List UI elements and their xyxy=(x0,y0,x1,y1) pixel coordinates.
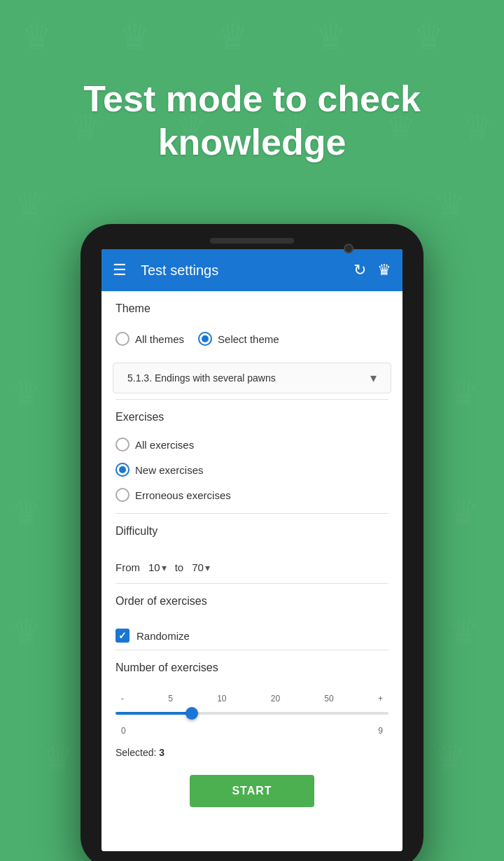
all-exercises-radio[interactable] xyxy=(115,438,130,451)
svg-text:♛: ♛ xyxy=(315,18,346,57)
to-label: to xyxy=(175,561,184,573)
checkmark-icon: ✓ xyxy=(118,630,127,641)
svg-text:♛: ♛ xyxy=(434,738,465,778)
order-section-title: Order of exercises xyxy=(115,595,388,608)
difficulty-row: From 10 ▾ to 70 ▾ xyxy=(102,552,402,583)
theme-dropdown[interactable]: 5.1.3. Endings with several pawns ▾ xyxy=(113,363,391,393)
svg-text:♛: ♛ xyxy=(21,18,52,57)
svg-text:♛: ♛ xyxy=(10,493,42,533)
phone-screen: ☰ Test settings ↻ ♛ Theme All themes xyxy=(102,249,402,851)
svg-text:♛: ♛ xyxy=(119,18,150,57)
slider-marks: - 5 10 20 50 + xyxy=(115,694,388,704)
exercises-section: Exercises All exercises New exercises Er… xyxy=(102,400,402,513)
refresh-icon[interactable]: ↻ xyxy=(354,261,366,279)
randomize-label: Randomize xyxy=(136,630,190,642)
from-arrow-icon: ▾ xyxy=(162,562,167,573)
from-label: From xyxy=(115,561,140,573)
randomize-row[interactable]: ✓ Randomize xyxy=(102,622,402,650)
slider-minmax: 0 9 xyxy=(115,726,388,736)
content-area: Theme All themes Select theme xyxy=(102,291,402,851)
mark-10: 10 xyxy=(217,694,226,704)
slider-thumb[interactable] xyxy=(186,707,198,720)
slider-min: 0 xyxy=(121,726,126,736)
all-exercises-label: All exercises xyxy=(135,439,194,451)
app-bar-actions: ↻ ♛ xyxy=(354,261,391,279)
phone-camera xyxy=(344,244,354,253)
slider-section: - 5 10 20 50 + 0 xyxy=(102,688,402,744)
mark-minus: - xyxy=(121,694,124,704)
all-exercises-option[interactable]: All exercises xyxy=(115,432,388,457)
exercises-section-title: Exercises xyxy=(115,411,388,424)
svg-text:♛: ♛ xyxy=(413,18,444,57)
difficulty-section-title: Difficulty xyxy=(115,525,388,538)
erroneous-exercises-option[interactable]: Erroneous exercises xyxy=(115,482,388,507)
select-theme-option[interactable]: Select theme xyxy=(198,326,279,351)
selected-label-row: Selected: 3 xyxy=(102,744,402,764)
hero-text: Test mode to check knowledge xyxy=(0,77,504,164)
phone-frame: ☰ Test settings ↻ ♛ Theme All themes xyxy=(80,224,424,861)
erroneous-exercises-label: Erroneous exercises xyxy=(135,489,231,501)
theme-section-title: Theme xyxy=(115,302,388,315)
svg-text:♛: ♛ xyxy=(14,186,46,225)
all-themes-radio[interactable] xyxy=(115,332,130,346)
from-dropdown[interactable]: 10 ▾ xyxy=(146,560,169,575)
svg-text:♛: ♛ xyxy=(10,612,42,652)
theme-options-row: All themes Select theme xyxy=(115,323,388,354)
mark-50: 50 xyxy=(324,694,333,704)
svg-text:♛: ♛ xyxy=(448,612,479,652)
theme-section: Theme All themes Select theme xyxy=(102,291,402,360)
order-section: Order of exercises xyxy=(102,584,402,622)
select-theme-label: Select theme xyxy=(218,333,279,345)
to-value: 70 xyxy=(192,561,204,573)
all-themes-label: All themes xyxy=(135,333,184,345)
svg-text:♛: ♛ xyxy=(10,374,42,414)
slider-track xyxy=(115,712,388,715)
selected-number: 3 xyxy=(159,747,164,758)
svg-text:♛: ♛ xyxy=(434,186,465,225)
app-bar: ☰ Test settings ↻ ♛ xyxy=(102,249,402,291)
start-button-container: START xyxy=(102,764,402,821)
app-bar-title: Test settings xyxy=(141,262,354,279)
slider-track-container[interactable] xyxy=(115,706,388,720)
difficulty-section: Difficulty xyxy=(102,514,402,552)
start-button[interactable]: START xyxy=(190,775,314,807)
new-exercises-radio[interactable] xyxy=(115,463,130,477)
menu-icon[interactable]: ☰ xyxy=(113,261,127,279)
number-section: Number of exercises xyxy=(102,650,402,688)
crown-icon[interactable]: ♛ xyxy=(377,261,391,279)
slider-fill xyxy=(115,712,192,715)
new-exercises-label: New exercises xyxy=(135,464,204,476)
svg-text:♛: ♛ xyxy=(42,738,74,778)
erroneous-exercises-radio[interactable] xyxy=(115,488,130,502)
to-dropdown[interactable]: 70 ▾ xyxy=(189,560,213,575)
mark-plus: + xyxy=(378,694,383,704)
phone-speaker xyxy=(210,238,294,244)
svg-text:♛: ♛ xyxy=(448,493,479,533)
select-theme-radio[interactable] xyxy=(198,332,212,346)
slider-controls xyxy=(115,706,388,720)
svg-text:♛: ♛ xyxy=(448,374,479,414)
select-theme-radio-dot xyxy=(202,335,209,342)
mark-20: 20 xyxy=(271,694,280,704)
theme-dropdown-value: 5.1.3. Endings with several pawns xyxy=(127,372,368,384)
randomize-checkbox[interactable]: ✓ xyxy=(115,629,130,643)
new-exercises-radio-dot xyxy=(119,466,126,473)
mark-5: 5 xyxy=(168,694,173,704)
new-exercises-option[interactable]: New exercises xyxy=(115,457,388,482)
selected-text: Selected: xyxy=(115,747,156,758)
number-section-title: Number of exercises xyxy=(115,662,388,674)
all-themes-option[interactable]: All themes xyxy=(115,326,184,351)
to-arrow-icon: ▾ xyxy=(205,562,210,573)
dropdown-arrow-icon: ▾ xyxy=(370,370,377,386)
from-value: 10 xyxy=(148,561,160,573)
slider-max: 9 xyxy=(378,726,383,736)
svg-text:♛: ♛ xyxy=(217,18,248,57)
